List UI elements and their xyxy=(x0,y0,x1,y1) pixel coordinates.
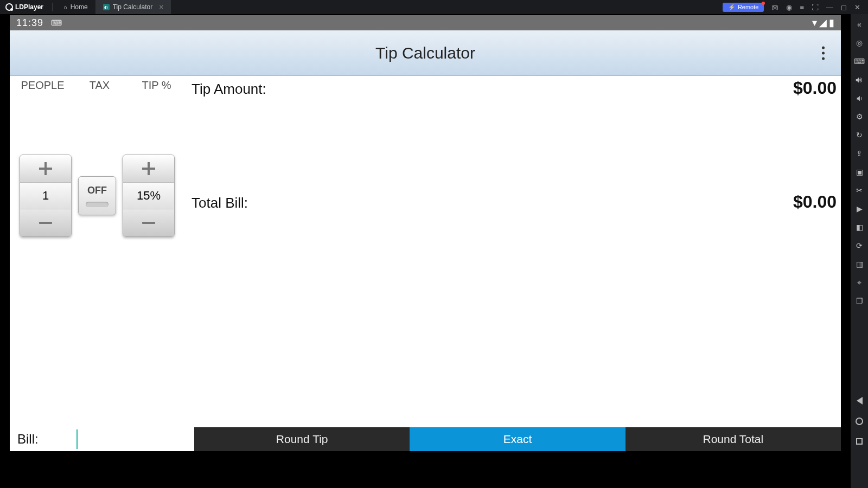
total-bill-row: Total Bill: $0.00 xyxy=(192,192,837,212)
tool-keyboard-icon[interactable]: ⌨ xyxy=(854,56,864,66)
tool-target-icon[interactable]: ◎ xyxy=(854,38,864,48)
header-people: PEOPLE xyxy=(14,79,71,92)
tip-decrement-button[interactable] xyxy=(123,209,174,236)
volume-down-icon[interactable]: 🔉︎ xyxy=(854,93,864,103)
tool-location-icon[interactable]: ⌖ xyxy=(854,278,864,287)
app-content: PEOPLE TAX TIP % Tip Amount: $0.00 1 xyxy=(10,76,841,451)
logo-icon xyxy=(5,3,13,11)
round-tip-button[interactable]: Round Tip xyxy=(194,427,410,451)
tip-amount-label: Tip Amount: xyxy=(192,81,266,98)
tool-play-icon[interactable]: ▶ xyxy=(854,204,864,214)
volume-up-icon[interactable]: 🔊︎ xyxy=(854,75,864,85)
tax-toggle[interactable]: OFF xyxy=(78,176,116,215)
tip-value[interactable]: 15% xyxy=(123,182,174,209)
maximize-icon[interactable]: ◻ xyxy=(841,3,847,11)
app-header: Tip Calculator xyxy=(10,30,841,76)
tax-toggle-label: OFF xyxy=(87,185,107,196)
bill-label: Bill: xyxy=(17,432,39,447)
logo-text: LDPlayer xyxy=(15,3,43,11)
tab-app-label: Tip Calculator xyxy=(113,3,153,11)
header-tip: TIP % xyxy=(128,79,185,92)
status-clock: 11:39 xyxy=(16,17,43,29)
tab-tip-calculator[interactable]: ◐ Tip Calculator × xyxy=(95,0,171,14)
bill-section: Bill: xyxy=(10,427,194,451)
android-status-bar: 11:39 ⌨ ▾ ◢ ▮ xyxy=(10,15,841,30)
home-icon: ⌂ xyxy=(63,4,67,10)
plus-icon xyxy=(39,162,52,175)
tool-cut-icon[interactable]: ✂ xyxy=(854,185,864,195)
fullscreen-icon[interactable]: ⛶ xyxy=(812,3,819,11)
remote-button[interactable]: ⚡ Remote xyxy=(723,3,764,12)
app-icon: ◐ xyxy=(103,4,110,10)
menu-icon[interactable]: ≡ xyxy=(800,3,804,11)
tab-home-label: Home xyxy=(71,3,88,11)
wifi-icon: ▾ xyxy=(812,17,817,29)
tool-multi-icon[interactable]: ❐ xyxy=(854,296,864,306)
emulator-toolbar: « ◎ ⌨ 🔊︎ 🔉︎ ⚙ ↻ ⇪ ▣ ✂ ▶ ◧ ⟳ ▥ ⌖ ❐ xyxy=(851,14,868,488)
tab-close-icon[interactable]: × xyxy=(159,3,163,11)
bolt-icon: ⚡ xyxy=(728,4,736,11)
collapse-icon[interactable]: « xyxy=(854,20,864,29)
people-decrement-button[interactable] xyxy=(20,209,71,236)
tip-stepper: 15% xyxy=(123,155,175,237)
minus-icon xyxy=(142,222,155,224)
tool-rotate-icon[interactable]: ⟳ xyxy=(854,241,864,251)
remote-label: Remote xyxy=(738,4,759,10)
tab-home[interactable]: ⌂ Home xyxy=(56,0,95,14)
close-icon[interactable]: ✕ xyxy=(854,3,860,11)
people-value[interactable]: 1 xyxy=(20,182,71,209)
header-tax: TAX xyxy=(71,79,128,92)
user-icon[interactable]: ◉ xyxy=(786,3,792,11)
keyboard-icon: ⌨ xyxy=(51,18,62,27)
exact-button[interactable]: Exact xyxy=(410,427,625,451)
tool-window-icon[interactable]: ◧ xyxy=(854,222,864,232)
round-total-button[interactable]: Round Total xyxy=(626,427,841,451)
tool-folder-icon[interactable]: ▥ xyxy=(854,259,864,269)
window-titlebar: LDPlayer ⌂ Home ◐ Tip Calculator × ⚡ Rem… xyxy=(0,0,868,14)
toggle-track-icon xyxy=(86,202,108,207)
total-bill-label: Total Bill: xyxy=(192,195,248,211)
people-stepper: 1 xyxy=(20,155,72,237)
divider xyxy=(52,3,53,11)
tip-amount-value: $0.00 xyxy=(793,78,837,98)
android-screen: 11:39 ⌨ ▾ ◢ ▮ Tip Calculator PEOPLE xyxy=(10,15,841,451)
app-title: Tip Calculator xyxy=(375,44,475,62)
minus-icon xyxy=(39,222,52,224)
nav-recent-icon[interactable] xyxy=(856,438,863,445)
tip-amount-row: Tip Amount: $0.00 xyxy=(192,78,837,98)
nav-back-icon[interactable] xyxy=(857,397,863,404)
bottom-bar: Bill: Round Tip Exact Round Total xyxy=(10,427,841,451)
nav-home-icon[interactable] xyxy=(856,418,863,425)
tool-upload-icon[interactable]: ⇪ xyxy=(854,149,864,158)
ldplayer-logo: LDPlayer xyxy=(0,3,49,11)
signal-icon: ◢ xyxy=(819,17,827,29)
battery-icon: ▮ xyxy=(829,17,834,29)
minimize-icon[interactable]: — xyxy=(826,3,833,11)
overflow-menu-icon[interactable] xyxy=(822,46,825,60)
tip-increment-button[interactable] xyxy=(123,155,174,182)
tool-screenshot-icon[interactable]: ▣ xyxy=(854,167,864,177)
people-increment-button[interactable] xyxy=(20,155,71,182)
gamepad-icon[interactable]: 🎮︎ xyxy=(771,3,778,11)
total-bill-value: $0.00 xyxy=(793,192,837,212)
plus-icon xyxy=(142,162,155,175)
tool-settings-icon[interactable]: ⚙ xyxy=(854,112,864,121)
tool-refresh-icon[interactable]: ↻ xyxy=(854,130,864,140)
